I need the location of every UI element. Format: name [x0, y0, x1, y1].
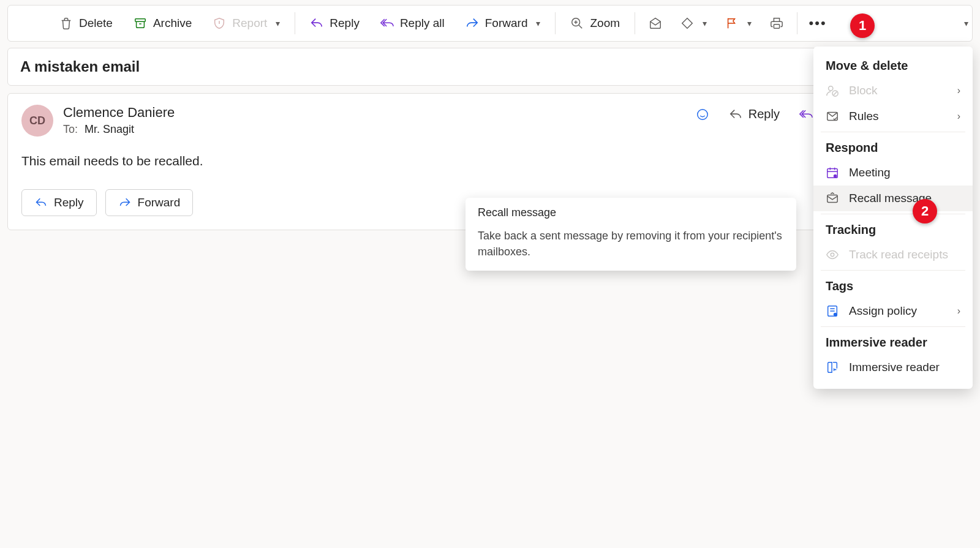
forward-arrow-icon: [466, 17, 479, 30]
chevron-down-icon: ▾: [276, 18, 280, 28]
report-button[interactable]: Report ▾: [203, 10, 290, 37]
sender-avatar[interactable]: CD: [21, 105, 53, 137]
footer-forward-button[interactable]: Forward: [105, 189, 194, 216]
menu-separator: [821, 326, 965, 327]
archive-label: Archive: [153, 17, 192, 30]
tag-icon: [680, 17, 694, 30]
reply-button[interactable]: Reply: [300, 10, 369, 37]
menu-separator: [821, 132, 965, 132]
zoom-in-icon: [570, 17, 584, 30]
reply-all-arrow-icon: [380, 17, 394, 30]
forward-button[interactable]: Forward ▾: [456, 10, 551, 37]
trash-icon: [59, 17, 73, 30]
to-label: To:: [63, 123, 78, 135]
react-button[interactable]: [690, 105, 715, 124]
footer-forward-label: Forward: [138, 196, 181, 209]
flag-button[interactable]: ▾: [717, 10, 760, 37]
menu-item-track-receipts: Track read receipts: [813, 242, 973, 268]
chevron-right-icon: ›: [957, 111, 960, 122]
reply-all-label: Reply all: [400, 17, 445, 30]
delete-label: Delete: [79, 17, 113, 30]
toolbar-divider: [555, 12, 556, 34]
toolbar-divider: [797, 12, 797, 34]
menu-separator: [821, 270, 965, 271]
menu-section-respond: Respond: [813, 135, 973, 160]
menu-item-immersive-label: Immersive reader: [849, 361, 940, 374]
tooltip-body: Take back a sent message by removing it …: [478, 228, 784, 260]
header-reply-button[interactable]: Reply: [723, 105, 786, 124]
menu-section-immersive: Immersive reader: [813, 329, 973, 355]
recall-envelope-icon: [826, 192, 839, 205]
forward-label: Forward: [485, 17, 528, 30]
svg-point-3: [698, 109, 708, 119]
main-toolbar: Delete Archive Report ▾ Reply Reply all …: [7, 5, 973, 42]
footer-reply-label: Reply: [54, 196, 84, 209]
menu-item-immersive-reader[interactable]: Immersive reader: [813, 355, 973, 380]
forward-arrow-icon: [118, 196, 132, 209]
recipient-line: To: Mr. Snagit: [63, 123, 175, 136]
svg-rect-2: [774, 24, 779, 28]
menu-item-block: Block ›: [813, 78, 973, 103]
menu-item-meeting[interactable]: Meeting: [813, 160, 973, 186]
svg-point-10: [831, 253, 834, 257]
eye-icon: [826, 248, 839, 261]
envelope-open-icon: [649, 17, 662, 30]
smile-icon: [696, 108, 709, 121]
reply-all-button[interactable]: Reply all: [371, 10, 454, 37]
svg-point-4: [829, 86, 833, 91]
reply-arrow-icon: [34, 196, 48, 209]
svg-rect-0: [135, 19, 146, 22]
menu-item-meeting-label: Meeting: [849, 166, 891, 179]
menu-item-rules[interactable]: Rules ›: [813, 103, 973, 129]
block-person-icon: [826, 84, 839, 97]
shield-alert-icon: [213, 17, 226, 30]
chevron-down-icon: ▾: [703, 18, 707, 28]
ribbon-chevron-down-icon[interactable]: ▾: [964, 18, 968, 28]
report-label: Report: [232, 17, 267, 30]
reply-label: Reply: [330, 17, 360, 30]
calendar-meeting-icon: [826, 166, 839, 179]
printer-icon: [770, 17, 783, 30]
delete-button[interactable]: Delete: [50, 10, 123, 37]
archive-button[interactable]: Archive: [124, 10, 202, 37]
print-button[interactable]: [761, 10, 792, 37]
reply-arrow-icon: [310, 17, 323, 30]
sender-name: Clemence Daniere: [63, 105, 175, 121]
chevron-down-icon: ▾: [536, 18, 540, 28]
sender-block: Clemence Daniere To: Mr. Snagit: [63, 105, 175, 136]
menu-item-assign-policy[interactable]: Assign policy ›: [813, 298, 973, 324]
ellipsis-icon: •••: [811, 17, 824, 30]
tooltip-title: Recall message: [478, 206, 784, 219]
reply-arrow-icon: [729, 108, 742, 121]
zoom-button[interactable]: Zoom: [560, 10, 630, 37]
recipient-name: Mr. Snagit: [85, 123, 134, 135]
chevron-right-icon: ›: [957, 85, 960, 96]
recall-tooltip: Recall message Take back a sent message …: [466, 198, 796, 271]
menu-item-recall-message[interactable]: Recall message: [813, 186, 973, 211]
menu-item-rules-label: Rules: [849, 110, 879, 123]
annotation-badge-1: 1: [850, 13, 875, 38]
toolbar-divider: [635, 12, 635, 34]
svg-point-8: [834, 175, 837, 178]
svg-point-12: [834, 313, 837, 317]
svg-rect-9: [827, 195, 838, 203]
more-actions-button[interactable]: •••: [802, 10, 833, 37]
annotation-badge-2: 2: [913, 199, 937, 223]
rules-icon: [826, 110, 839, 123]
flag-icon: [725, 17, 739, 30]
header-reply-label: Reply: [748, 107, 780, 121]
zoom-label: Zoom: [590, 17, 620, 30]
categorize-button[interactable]: ▾: [672, 10, 715, 37]
footer-reply-button[interactable]: Reply: [21, 189, 97, 216]
archive-icon: [134, 17, 147, 30]
policy-icon: [826, 304, 839, 318]
menu-item-track-label: Track read receipts: [849, 248, 948, 261]
chevron-right-icon: ›: [957, 306, 960, 317]
more-actions-menu: Move & delete Block › Rules › Respond Me…: [813, 47, 973, 389]
chevron-down-icon: ▾: [747, 18, 752, 28]
menu-separator: [821, 214, 965, 214]
mark-read-button[interactable]: [640, 10, 671, 37]
menu-item-block-label: Block: [849, 84, 877, 97]
menu-section-tags: Tags: [813, 273, 973, 298]
menu-section-tracking: Tracking: [813, 217, 973, 242]
